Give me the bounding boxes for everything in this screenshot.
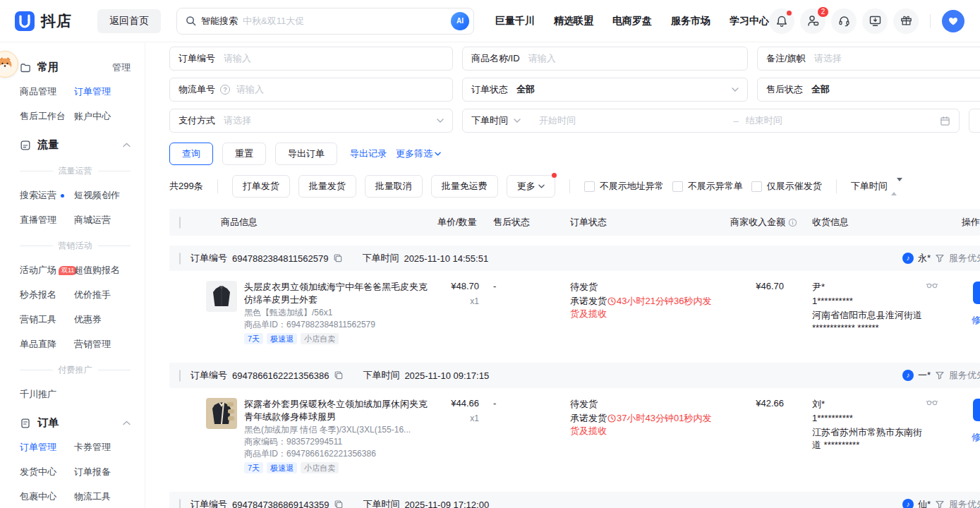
- sidebar-item-product-manage[interactable]: 商品管理: [20, 85, 74, 98]
- hide-abnormal-order-checkbox[interactable]: 不展示异常单: [672, 180, 743, 193]
- sidebar-item-live-manage[interactable]: 直播管理: [20, 214, 74, 226]
- only-urge-ship-checkbox[interactable]: 仅展示催发货: [751, 180, 822, 193]
- batch-free-shipping-button[interactable]: 批量免运费: [431, 175, 498, 198]
- nav-jingxuan[interactable]: 精选联盟: [554, 15, 593, 28]
- brand-logo[interactable]: 抖店: [14, 11, 72, 32]
- flag-filter-icon[interactable]: [935, 500, 945, 508]
- export-log-link[interactable]: 导出记录: [350, 147, 387, 160]
- sidebar-item-order-manage[interactable]: 订单管理: [74, 85, 138, 98]
- order-icon: [20, 418, 31, 429]
- filter-order-status[interactable]: 订单状态 全部: [462, 78, 748, 102]
- sidebar-item-card-coupon[interactable]: 卡券管理: [74, 441, 138, 454]
- sidebar-item-account-center[interactable]: 账户中心: [74, 110, 138, 123]
- print-ship-button[interactable]: 打单发货: [232, 175, 290, 198]
- sidebar-item-flash-sale[interactable]: 秒杀报名: [20, 289, 74, 301]
- customer-service-button[interactable]: [831, 8, 857, 34]
- hide-address-abnormal-checkbox[interactable]: 不展示地址异常: [584, 180, 664, 193]
- tracking-help-icon[interactable]: ?: [220, 85, 230, 95]
- sidebar-item-activity-square[interactable]: 活动广场双11: [20, 264, 74, 277]
- checkbox-icon[interactable]: [584, 181, 595, 192]
- filter-product-name[interactable]: 商品名称/ID 请输入: [462, 47, 748, 71]
- sidebar-item-super-value[interactable]: 超值购报名: [74, 264, 138, 277]
- filter-order-no[interactable]: 订单编号 请输入: [169, 47, 453, 71]
- collapse-traffic-icon[interactable]: [123, 143, 131, 147]
- flag-filter-icon[interactable]: [935, 253, 945, 263]
- messages-button[interactable]: 2: [800, 8, 825, 34]
- sidebar-item-search-ops[interactable]: 搜索运营: [20, 189, 74, 202]
- search-input[interactable]: 智能搜索 中秋&双11大促 AI: [176, 8, 474, 35]
- account-avatar[interactable]: [942, 10, 964, 32]
- order-checkbox[interactable]: [179, 370, 181, 382]
- flag-filter-icon[interactable]: [935, 370, 945, 380]
- order-checkbox[interactable]: [179, 253, 181, 265]
- copy-icon[interactable]: [334, 370, 344, 380]
- checkbox-icon[interactable]: [751, 181, 762, 192]
- filter-aftersale-status[interactable]: 售后状态 全部: [757, 78, 980, 102]
- nav-luopan[interactable]: 电商罗盘: [612, 15, 652, 28]
- notification-bell-button[interactable]: [769, 8, 794, 34]
- filter-tracking-no[interactable]: 物流单号 ? 请输入: [169, 78, 453, 102]
- sidebar-item-ship-center[interactable]: 发货中心: [20, 466, 74, 478]
- col-product-info: 商品信息: [198, 216, 430, 229]
- aftersale-cell: -: [490, 281, 564, 344]
- back-home-button[interactable]: 返回首页: [97, 9, 161, 33]
- nav-market[interactable]: 服务市场: [671, 15, 710, 28]
- sidebar-item-logistics-tools[interactable]: 物流工具: [74, 490, 138, 503]
- product-title[interactable]: 探露者外套男保暖秋冬立领加绒加厚休闲夹克青年绒款修身棒球服男: [244, 398, 428, 423]
- filter-payment[interactable]: 支付方式 请选择: [169, 109, 453, 133]
- filter-remark-flag[interactable]: 备注/旗帜 请选择: [757, 47, 980, 71]
- divider-marketing: 营销活动: [20, 240, 131, 252]
- col-order-status: 订单状态: [564, 216, 723, 229]
- reset-button[interactable]: 重置: [222, 143, 266, 165]
- sidebar-item-marketing-tools[interactable]: 营销工具: [20, 313, 74, 326]
- more-actions-button[interactable]: 更多: [507, 175, 555, 198]
- filter-order-time-range[interactable]: 下单时间 开始时间 – 结束时间: [462, 109, 960, 133]
- privacy-glasses-icon[interactable]: [926, 399, 938, 406]
- start-time-placeholder[interactable]: 开始时间: [539, 114, 733, 127]
- sidebar-item-order-report[interactable]: 订单报备: [74, 466, 138, 478]
- product-title[interactable]: 头层皮衣男立领加绒海宁中年爸爸黑毛皮夹克仿绵羊皮男士外套: [244, 281, 428, 306]
- section-traffic[interactable]: 流量: [20, 138, 131, 152]
- more-filters-link[interactable]: 更多筛选: [396, 147, 441, 160]
- collapse-order-icon[interactable]: [123, 421, 131, 425]
- modify-address-link[interactable]: 修: [972, 431, 980, 444]
- sidebar-item-coupons[interactable]: 优惠券: [74, 313, 138, 326]
- modify-address-link[interactable]: 修: [972, 314, 980, 327]
- ship-button[interactable]: [973, 282, 980, 304]
- product-image[interactable]: [206, 281, 237, 312]
- app-center-button[interactable]: [893, 8, 919, 34]
- export-orders-button[interactable]: 导出订单: [275, 143, 337, 165]
- sort-by-order-time[interactable]: 下单时间: [851, 180, 902, 193]
- sidebar-item-package-center[interactable]: 包裹中心: [20, 490, 74, 503]
- info-icon[interactable]: [788, 218, 797, 227]
- sidebar-item-marketing-manage[interactable]: 营销管理: [74, 338, 138, 351]
- manage-common-link[interactable]: 管理: [112, 61, 131, 74]
- tag-self-sell: 小店自卖: [301, 462, 339, 473]
- privacy-glasses-icon[interactable]: [926, 282, 938, 289]
- nav-learn[interactable]: 学习中心: [730, 15, 769, 28]
- ship-button[interactable]: [973, 399, 980, 421]
- select-all-checkbox[interactable]: [179, 217, 181, 229]
- copy-icon[interactable]: [333, 253, 343, 263]
- sidebar-item-mall-ops[interactable]: 商城运营: [74, 214, 138, 226]
- download-client-button[interactable]: [862, 8, 888, 34]
- batch-ship-button[interactable]: 批量发货: [298, 175, 356, 198]
- checkbox-icon[interactable]: [672, 181, 683, 192]
- order-checkbox[interactable]: [179, 499, 181, 508]
- col-receiver-info: 收货信息: [801, 216, 942, 229]
- sidebar-item-price-promoter[interactable]: 优价推手: [74, 289, 138, 301]
- sidebar-item-order-manage-2[interactable]: 订单管理: [20, 441, 74, 454]
- sidebar-item-short-video[interactable]: 短视频创作: [74, 189, 138, 202]
- nav-qianchuan[interactable]: 巨量千川: [495, 15, 535, 28]
- copy-icon[interactable]: [334, 500, 344, 508]
- filter-extra-partial[interactable]: [969, 109, 980, 133]
- product-image[interactable]: [206, 398, 237, 429]
- ai-search-button[interactable]: AI: [451, 12, 469, 30]
- end-time-placeholder[interactable]: 结束时间: [746, 114, 940, 127]
- sidebar-item-qianchuan-promo[interactable]: 千川推广: [20, 388, 74, 401]
- batch-cancel-button[interactable]: 批量取消: [365, 175, 423, 198]
- sidebar-item-aftersale-workbench[interactable]: 售后工作台: [20, 110, 74, 123]
- section-order[interactable]: 订单: [20, 416, 131, 430]
- sidebar-item-single-discount[interactable]: 单品直降: [20, 338, 74, 351]
- query-button[interactable]: 查询: [169, 143, 213, 165]
